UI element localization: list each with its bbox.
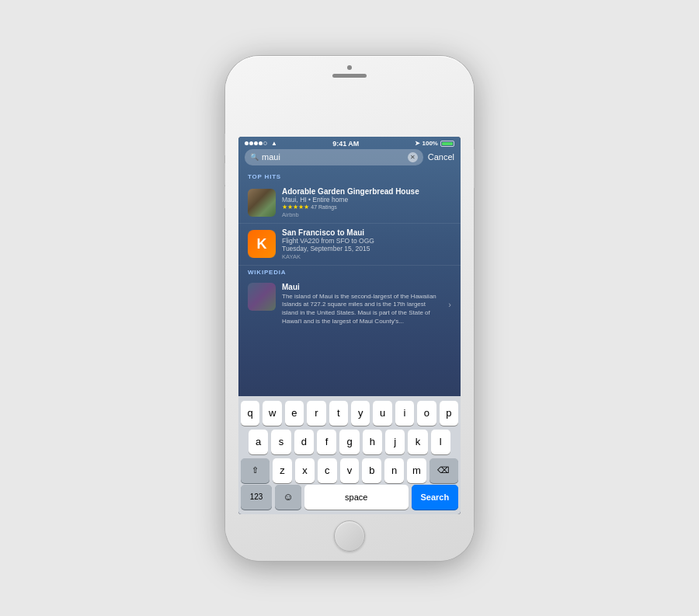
kayak-result-text: San Francisco to Maui Flight VA220 from … (282, 228, 451, 260)
key-p[interactable]: p (440, 401, 458, 426)
key-x[interactable]: x (295, 458, 315, 483)
wifi-icon: ▲ (271, 140, 277, 147)
kayak-thumb-image: K (248, 230, 276, 258)
status-right: ➤ 100% (415, 140, 454, 147)
key-u[interactable]: u (373, 401, 391, 426)
key-v[interactable]: v (340, 458, 360, 483)
airbnb-thumb-image (248, 189, 276, 217)
key-b[interactable]: b (362, 458, 381, 483)
dot4 (259, 141, 263, 145)
key-z[interactable]: z (273, 458, 292, 483)
battery-fill (442, 142, 453, 145)
keyboard-row-2: a s d f g h j k l (241, 430, 458, 454)
key-f[interactable]: f (317, 430, 336, 454)
keyboard: q w e r t y u i o p a s d f g (238, 396, 461, 514)
airbnb-title: Adorable Garden Gingerbread House (282, 187, 451, 196)
dot5 (263, 141, 267, 145)
key-k[interactable]: k (408, 430, 427, 454)
search-key[interactable]: Search (412, 485, 458, 510)
keyboard-row-1: q w e r t y u i o p (241, 401, 458, 426)
home-button-wrap (334, 514, 365, 561)
wiki-thumb-image (248, 283, 276, 311)
key-l[interactable]: l (431, 430, 450, 454)
key-j[interactable]: j (385, 430, 405, 454)
wikipedia-label: WIKIPEDIA (238, 266, 461, 278)
location-icon: ➤ (415, 140, 420, 147)
battery-percent: 100% (423, 140, 438, 147)
key-w[interactable]: w (263, 401, 281, 426)
dot3 (254, 141, 258, 145)
key-d[interactable]: d (294, 430, 314, 454)
key-y[interactable]: y (351, 401, 370, 426)
wikipedia-result[interactable]: Maui The island of Maui is the second-la… (238, 278, 461, 331)
key-o[interactable]: o (417, 401, 436, 426)
keyboard-rows: q w e r t y u i o p a s d f g (238, 396, 461, 485)
status-time: 9:41 AM (332, 140, 359, 148)
kayak-subtitle: Flight VA220 from SFO to OGG (282, 237, 451, 245)
airbnb-source: Airbnb (282, 211, 451, 218)
kayak-title: San Francisco to Maui (282, 228, 451, 237)
speaker (332, 74, 367, 78)
results-area: TOP HITS Adorable Garden Gingerbread Hou… (238, 170, 461, 331)
wiki-title: Maui (282, 283, 442, 291)
camera (347, 65, 352, 70)
key-c[interactable]: c (318, 458, 337, 483)
airbnb-ratings: 47 Ratings (311, 204, 336, 210)
key-a[interactable]: a (249, 430, 268, 454)
key-n[interactable]: n (384, 458, 404, 483)
airbnb-result-text: Adorable Garden Gingerbread House Maui, … (282, 187, 451, 218)
battery-icon (440, 141, 454, 147)
search-input[interactable]: maui (262, 152, 405, 162)
key-q[interactable]: q (241, 401, 259, 426)
wiki-thumbnail (248, 283, 276, 311)
key-t[interactable]: t (329, 401, 348, 426)
keyboard-bottom-row: 123 ☺ space Search (238, 485, 461, 514)
cancel-button[interactable]: Cancel (428, 152, 454, 162)
key-r[interactable]: r (307, 401, 325, 426)
emoji-key[interactable]: ☺ (275, 485, 301, 510)
wiki-chevron-icon: › (448, 300, 451, 309)
status-left: ▲ (245, 140, 277, 147)
airbnb-subtitle: Maui, HI • Entire home (282, 196, 451, 204)
dot1 (245, 141, 249, 145)
delete-key[interactable]: ⌫ (429, 458, 458, 483)
key-s[interactable]: s (271, 430, 290, 454)
keyboard-row-3: ⇧ z x c v b n m ⌫ (241, 458, 458, 483)
airbnb-stars: ★★★★★ 47 Ratings (282, 204, 451, 211)
dot2 (249, 141, 253, 145)
airbnb-thumbnail (248, 189, 276, 217)
num-key[interactable]: 123 (241, 485, 272, 510)
kayak-source: KAYAK (282, 253, 451, 260)
kayak-date: Tuesday, September 15, 2015 (282, 245, 451, 252)
key-i[interactable]: i (395, 401, 414, 426)
key-h[interactable]: h (363, 430, 382, 454)
key-g[interactable]: g (339, 430, 359, 454)
phone-top (225, 56, 474, 84)
search-bar-row: 🔍 maui ✕ Cancel (238, 149, 461, 165)
space-key[interactable]: space (304, 485, 409, 510)
kayak-thumbnail: K (248, 230, 276, 258)
phone-frame: ▲ 9:41 AM ➤ 100% 🔍 maui ✕ Cancel TOP HIT… (225, 56, 474, 561)
search-input-wrap[interactable]: 🔍 maui ✕ (245, 149, 423, 165)
search-icon: 🔍 (250, 153, 259, 161)
list-item[interactable]: K San Francisco to Maui Flight VA220 fro… (238, 224, 461, 266)
shift-key[interactable]: ⇧ (241, 458, 270, 483)
status-bar: ▲ 9:41 AM ➤ 100% (238, 137, 461, 149)
home-button[interactable] (334, 520, 365, 552)
phone-screen: ▲ 9:41 AM ➤ 100% 🔍 maui ✕ Cancel TOP HIT… (238, 137, 461, 514)
key-e[interactable]: e (285, 401, 304, 426)
list-item[interactable]: Adorable Garden Gingerbread House Maui, … (238, 183, 461, 224)
search-clear-button[interactable]: ✕ (408, 152, 418, 162)
signal-dots (245, 141, 267, 145)
key-m[interactable]: m (407, 458, 426, 483)
top-hits-label: TOP HITS (238, 170, 461, 183)
wiki-description: The island of Maui is the second-largest… (282, 293, 442, 326)
wiki-text-area: Maui The island of Maui is the second-la… (282, 283, 442, 326)
